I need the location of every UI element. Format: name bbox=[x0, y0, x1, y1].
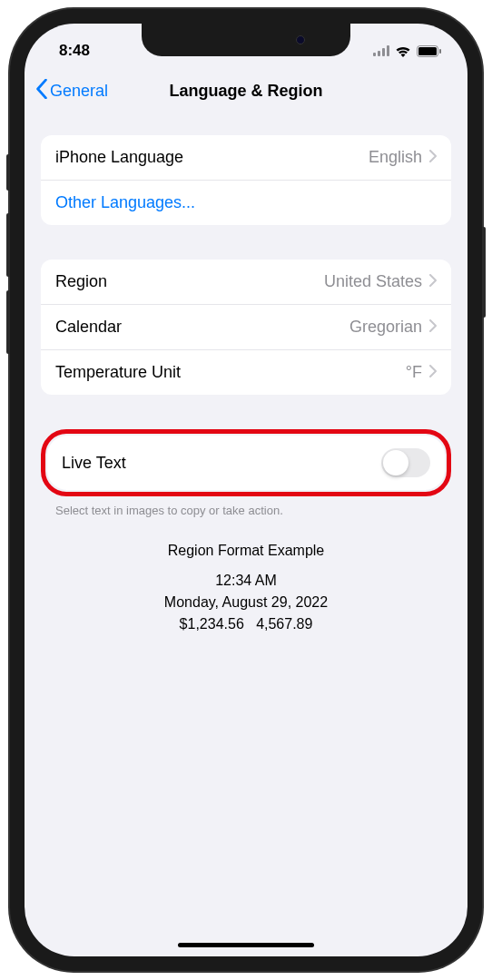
other-languages-row[interactable]: Other Languages... bbox=[41, 181, 451, 225]
live-text-group: Live Text bbox=[47, 436, 445, 490]
live-text-row[interactable]: Live Text bbox=[47, 436, 445, 490]
chevron-right-icon bbox=[429, 319, 437, 336]
row-value-wrap: Gregorian bbox=[349, 318, 437, 337]
phone-frame: 8:48 General Language bbox=[10, 9, 482, 971]
svg-rect-2 bbox=[382, 48, 385, 56]
example-numbers: $1,234.56 4,567.89 bbox=[41, 613, 451, 635]
back-label: General bbox=[50, 82, 108, 101]
volume-up-button bbox=[6, 213, 10, 277]
toggle-knob bbox=[383, 450, 408, 475]
live-text-toggle[interactable] bbox=[381, 448, 430, 477]
example-number: 4,567.89 bbox=[256, 616, 312, 632]
language-group: iPhone Language English Other Languages.… bbox=[41, 135, 451, 225]
phone-screen: 8:48 General Language bbox=[25, 24, 467, 956]
row-value-wrap: °F bbox=[406, 363, 437, 382]
example-date: Monday, August 29, 2022 bbox=[41, 592, 451, 613]
svg-rect-1 bbox=[378, 51, 380, 56]
region-group: Region United States Calendar Gregorian bbox=[41, 260, 451, 395]
live-text-label: Live Text bbox=[62, 454, 126, 473]
svg-rect-0 bbox=[373, 53, 376, 56]
home-indicator[interactable] bbox=[178, 943, 314, 947]
calendar-label: Calendar bbox=[55, 318, 122, 337]
iphone-language-value: English bbox=[369, 148, 422, 167]
example-header: Region Format Example bbox=[41, 543, 451, 559]
iphone-language-row[interactable]: iPhone Language English bbox=[41, 135, 451, 181]
cellular-signal-icon bbox=[373, 45, 389, 56]
highlight-annotation: Live Text bbox=[41, 429, 451, 496]
battery-icon bbox=[417, 45, 442, 57]
live-text-description: Select text in images to copy or take ac… bbox=[41, 504, 451, 517]
row-value-wrap: English bbox=[369, 148, 437, 167]
back-button[interactable]: General bbox=[32, 75, 112, 107]
example-currency: $1,234.56 bbox=[180, 616, 244, 632]
chevron-right-icon bbox=[429, 365, 437, 381]
svg-rect-5 bbox=[418, 47, 437, 55]
silent-switch bbox=[6, 154, 10, 191]
volume-down-button bbox=[6, 290, 10, 354]
settings-content: iPhone Language English Other Languages.… bbox=[25, 113, 467, 635]
navigation-bar: General Language & Region bbox=[25, 69, 467, 113]
status-time: 8:48 bbox=[59, 42, 90, 60]
chevron-right-icon bbox=[429, 150, 437, 166]
calendar-value: Gregorian bbox=[349, 318, 422, 337]
chevron-right-icon bbox=[429, 274, 437, 290]
region-format-example: Region Format Example 12:34 AM Monday, A… bbox=[41, 543, 451, 635]
power-button bbox=[482, 227, 486, 318]
front-camera bbox=[296, 35, 305, 44]
temperature-label: Temperature Unit bbox=[55, 363, 181, 382]
chevron-left-icon bbox=[35, 79, 48, 103]
region-row[interactable]: Region United States bbox=[41, 260, 451, 305]
temperature-unit-row[interactable]: Temperature Unit °F bbox=[41, 350, 451, 395]
calendar-row[interactable]: Calendar Gregorian bbox=[41, 305, 451, 350]
other-languages-label: Other Languages... bbox=[55, 193, 195, 212]
region-value: United States bbox=[324, 272, 422, 291]
wifi-icon bbox=[395, 45, 411, 57]
iphone-language-label: iPhone Language bbox=[55, 148, 183, 167]
status-icons bbox=[373, 45, 442, 57]
svg-rect-3 bbox=[387, 45, 389, 56]
temperature-value: °F bbox=[406, 363, 422, 382]
svg-rect-6 bbox=[439, 49, 441, 54]
row-value-wrap: United States bbox=[324, 272, 437, 291]
notch bbox=[142, 24, 350, 56]
region-label: Region bbox=[55, 272, 107, 291]
example-time: 12:34 AM bbox=[41, 570, 451, 592]
